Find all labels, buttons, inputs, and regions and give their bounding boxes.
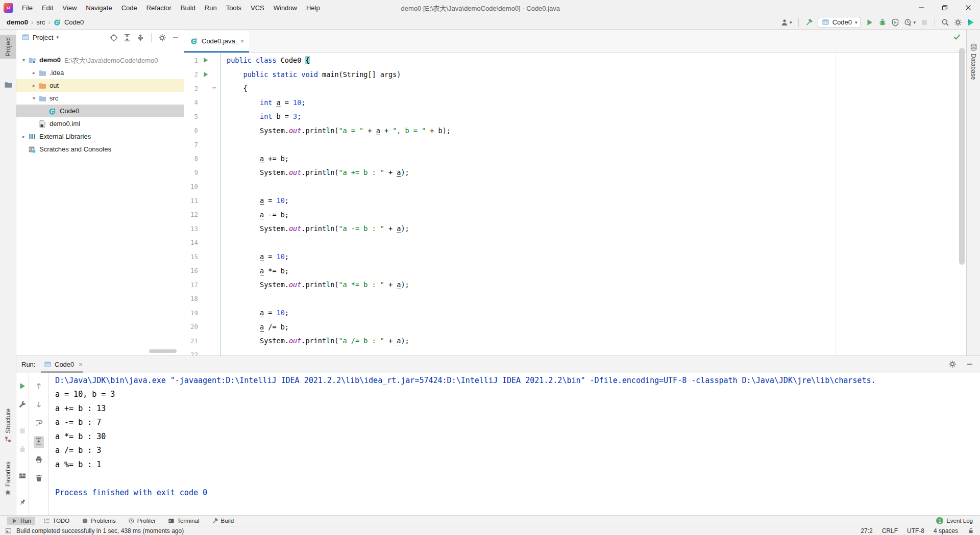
hide-panel-button[interactable] — [172, 34, 180, 42]
toolwindow-tab-problems[interactable]: Problems — [78, 517, 120, 525]
editor-line-12[interactable]: 12 a -= b; — [184, 208, 956, 222]
tree-item-out[interactable]: ▸out — [16, 79, 184, 92]
editor-line-4[interactable]: 4 int a = 10; — [184, 95, 956, 110]
editor-line-8[interactable]: 8 a += b; — [184, 151, 956, 166]
toolwindow-tab-profiler[interactable]: Profiler — [124, 517, 160, 525]
menu-tools[interactable]: Tools — [222, 0, 246, 15]
stop-button[interactable] — [920, 18, 928, 27]
editor-line-14[interactable]: 14 — [184, 236, 956, 250]
editor-line-21[interactable]: 21 System.out.println("a /= b : " + a); — [184, 334, 956, 348]
tree-item-demo0-iml[interactable]: demo0.iml — [16, 117, 184, 130]
rerun-button[interactable] — [17, 381, 28, 393]
menu-vcs[interactable]: VCS — [246, 0, 269, 15]
gear-icon[interactable] — [948, 360, 957, 368]
run-line-marker-icon[interactable] — [202, 71, 209, 78]
menu-edit[interactable]: Edit — [37, 0, 58, 15]
tree-item-external-libraries[interactable]: ▸External Libraries — [16, 130, 184, 143]
editor-line-1[interactable]: 1public class Code0 { — [184, 53, 956, 67]
sidebar-tab-structure[interactable]: Structure — [0, 406, 16, 445]
chevron-right-icon[interactable]: ▸ — [30, 70, 38, 75]
menu-help[interactable]: Help — [302, 0, 325, 15]
code-with-me-button[interactable]: ▾ — [780, 18, 792, 27]
select-opened-file-button[interactable] — [110, 34, 118, 42]
collapse-all-button[interactable] — [136, 34, 144, 42]
editor-line-20[interactable]: 20 a /= b; — [184, 320, 956, 334]
toolwindow-tab-todo[interactable]: TODO — [39, 517, 74, 525]
close-window-button[interactable] — [957, 0, 980, 15]
tree-item--idea[interactable]: ▸.idea — [16, 66, 184, 79]
menu-code[interactable]: Code — [117, 0, 142, 15]
build-project-button[interactable] — [805, 18, 813, 27]
menu-view[interactable]: View — [58, 0, 81, 15]
run-tab-code0[interactable]: Code0 × — [42, 356, 85, 373]
menu-build[interactable]: Build — [176, 0, 200, 15]
editor-line-2[interactable]: 2 public static void main(String[] args) — [184, 67, 956, 82]
restore-layout-button[interactable] — [17, 471, 28, 483]
chevron-down-icon[interactable]: ▾ — [19, 57, 28, 63]
close-icon[interactable]: × — [79, 361, 83, 368]
next-occurrence-button[interactable] — [34, 399, 44, 412]
settings-button[interactable] — [954, 18, 962, 27]
run-button[interactable] — [866, 18, 874, 27]
clear-all-button[interactable] — [34, 473, 44, 485]
breadcrumb-project[interactable]: demo0 — [7, 18, 28, 26]
editor-line-19[interactable]: 19 a = 10; — [184, 305, 956, 320]
editor-line-7[interactable]: 7 — [184, 137, 956, 151]
minimize-window-button[interactable] — [910, 0, 933, 15]
menu-refactor[interactable]: Refactor — [142, 0, 176, 15]
editor-line-11[interactable]: 11 a = 10; — [184, 193, 956, 208]
unlock-icon[interactable] — [967, 527, 974, 534]
scroll-to-end-button[interactable] — [34, 436, 44, 448]
restore-window-button[interactable] — [933, 0, 957, 15]
editor-line-10[interactable]: 10 — [184, 180, 956, 194]
search-everywhere-button[interactable] — [941, 18, 949, 27]
run-line-marker-icon[interactable] — [202, 57, 209, 64]
breadcrumb-class[interactable]: Code0 — [64, 18, 84, 26]
prev-occurrence-button[interactable] — [34, 381, 44, 393]
editor-line-15[interactable]: 15 a = 10; — [184, 249, 956, 264]
editor-line-16[interactable]: 16 a *= b; — [184, 264, 956, 278]
toolwindow-tab-terminal[interactable]: Terminal — [164, 517, 203, 525]
editor-line-5[interactable]: 5 int b = 3; — [184, 109, 956, 123]
editor-line-6[interactable]: 6 System.out.println("a = " + a + ", b =… — [184, 123, 956, 138]
project-horizontal-scrollbar[interactable] — [149, 349, 177, 353]
run-console[interactable]: D:\Java\JDK\bin\java.exe "-javaagent:D:\… — [48, 373, 980, 515]
status-file-encoding[interactable]: UTF-8 — [907, 527, 924, 534]
tree-item-src[interactable]: ▾src — [16, 92, 184, 105]
menu-navigate[interactable]: Navigate — [81, 0, 116, 15]
status-message[interactable]: Build completed successfully in 1 sec, 4… — [16, 527, 184, 534]
minus-icon[interactable] — [966, 360, 974, 368]
editor-line-22[interactable]: 22 — [184, 348, 956, 356]
status-indent-style[interactable]: 4 spaces — [934, 527, 958, 534]
editor-line-3[interactable]: 3 { — [184, 81, 956, 95]
status-line-separator[interactable]: CRLF — [882, 527, 898, 534]
stop-button[interactable] — [17, 426, 28, 438]
sidebar-tab-favorites[interactable]: Favorites — [0, 459, 16, 498]
fold-marker-icon[interactable] — [211, 85, 217, 91]
project-stripe-icon[interactable] — [0, 78, 16, 91]
tree-item-code0[interactable]: CCode0 — [16, 105, 184, 117]
expand-all-button[interactable] — [123, 34, 131, 42]
soft-wrap-button[interactable] — [34, 418, 44, 430]
menu-window[interactable]: Window — [269, 0, 302, 15]
attach-debugger-button[interactable] — [17, 444, 28, 456]
editor-vertical-scrollbar[interactable] — [959, 48, 965, 265]
editor-body[interactable]: 1public class Code0 {2 public static voi… — [184, 53, 966, 355]
toolwindow-tab-run[interactable]: Run — [7, 517, 35, 525]
ide-features-trainer-button[interactable] — [967, 18, 975, 27]
menu-run[interactable]: Run — [200, 0, 222, 15]
toolwindow-toggle-icon[interactable] — [5, 527, 12, 534]
debug-button[interactable] — [878, 18, 887, 27]
sidebar-tab-project[interactable]: Project — [0, 35, 16, 59]
tree-item-scratches-and-consoles[interactable]: Scratches and Consoles — [16, 143, 184, 156]
event-log-button[interactable]: 1 Event Log — [936, 517, 973, 524]
editor-line-13[interactable]: 13 System.out.println("a -= b : " + a); — [184, 221, 956, 236]
chevron-down-icon[interactable]: ▾ — [30, 95, 38, 101]
profiler-button[interactable]: ▾ — [904, 18, 916, 27]
edit-configuration-button[interactable] — [17, 399, 28, 412]
run-configuration-select[interactable]: Code0▾ — [818, 17, 862, 28]
pin-tab-button[interactable] — [17, 497, 28, 509]
close-icon[interactable]: × — [240, 37, 244, 45]
tree-item-demo0[interactable]: ▾demo0E:\农大\Java\demoCode\demo0 — [16, 54, 184, 66]
run-with-coverage-button[interactable] — [891, 18, 899, 27]
